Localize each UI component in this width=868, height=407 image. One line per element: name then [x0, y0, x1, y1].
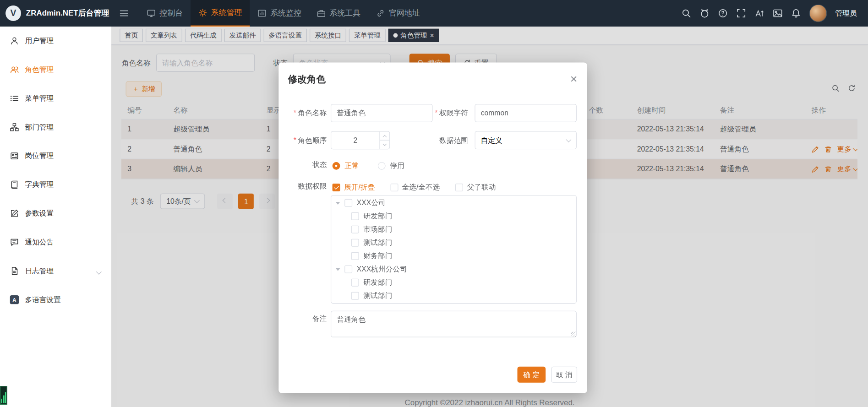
caret-down-icon[interactable]	[336, 268, 340, 271]
checkbox-parent-child-link[interactable]	[455, 184, 463, 191]
language-icon: A	[10, 295, 19, 304]
nav-item-system-tools[interactable]: 系统工具	[309, 0, 368, 27]
search-icon[interactable]	[681, 8, 691, 18]
corner-monitor-widget[interactable]	[0, 386, 7, 405]
checkbox-expand-collapse-label[interactable]: 展开/折叠	[344, 183, 375, 193]
tree-node-label[interactable]: 财务部门	[363, 251, 392, 261]
radio-disabled[interactable]	[378, 162, 386, 170]
sidebar-item-notice[interactable]: 通知公告	[0, 228, 111, 257]
remark-textarea[interactable]: 普通角色	[331, 311, 577, 337]
bell-icon[interactable]	[791, 8, 801, 18]
radio-normal[interactable]	[333, 162, 340, 170]
role-key-input[interactable]	[475, 104, 577, 122]
sidebar-item-dept-manage[interactable]: 部门管理	[0, 113, 111, 141]
id-badge-icon	[10, 152, 19, 160]
sidebar-item-param-settings[interactable]: 参数设置	[0, 199, 111, 228]
org-tree-icon	[10, 123, 19, 131]
cancel-button[interactable]: 取 消	[551, 367, 577, 383]
chevron-down-icon	[97, 267, 101, 275]
tree-node[interactable]: 测试部门	[331, 236, 576, 250]
sidebar-item-role-manage[interactable]: 角色管理	[0, 55, 111, 84]
mini-bar	[3, 396, 4, 403]
tree-node-label[interactable]: 测试部门	[363, 291, 392, 301]
sidebar-item-menu-manage[interactable]: 菜单管理	[0, 84, 111, 113]
dialog-close-icon[interactable]: ✕	[570, 75, 578, 84]
tree-node-checkbox[interactable]	[351, 279, 359, 287]
stepper-controls	[379, 131, 389, 148]
sidebar-item-label: 部门管理	[25, 122, 54, 132]
checkbox-select-all-label[interactable]: 全选/全不选	[402, 183, 440, 193]
caret-down-icon[interactable]	[336, 201, 340, 204]
tree-node-checkbox[interactable]	[351, 239, 359, 247]
sidebar-item-dict-manage[interactable]: 字典管理	[0, 170, 111, 199]
users-icon	[10, 65, 19, 74]
nav-item-console[interactable]: 控制台	[139, 0, 191, 27]
role-key-label: *权限字符	[424, 104, 468, 122]
nav-item-system-manage[interactable]: 系统管理	[191, 0, 250, 27]
radio-normal-label[interactable]: 正常	[344, 161, 359, 171]
role-order-input[interactable]	[331, 131, 379, 148]
checkbox-expand-collapse[interactable]	[333, 184, 340, 191]
nav-item-label: 系统管理	[211, 8, 242, 18]
data-scope-select[interactable]: 自定义	[475, 131, 577, 149]
nav-item-system-monitor[interactable]: 系统监控	[250, 0, 309, 27]
monitor-icon	[147, 9, 155, 17]
textarea-resize-handle[interactable]	[571, 332, 576, 337]
sidebar-item-label: 菜单管理	[25, 93, 54, 103]
github-icon[interactable]	[699, 8, 710, 18]
document-icon	[10, 266, 19, 275]
user-avatar[interactable]	[809, 5, 827, 22]
stepper-up-button[interactable]	[380, 131, 390, 140]
app-logo[interactable]: V ZRAdmin.NET后台管理	[0, 5, 111, 21]
tree-node[interactable]: 研发部门	[331, 210, 576, 223]
nav-item-label: 控制台	[159, 8, 183, 18]
locale-image-icon[interactable]	[773, 8, 783, 18]
tree-node-checkbox[interactable]	[351, 226, 359, 233]
status-radio-group: 正常 停用	[333, 161, 404, 171]
top-header: V ZRAdmin.NET后台管理 控制台 系统管理 系统监控 系统工具	[0, 0, 868, 27]
tree-node[interactable]: XXX公司	[331, 196, 576, 210]
tree-node-checkbox[interactable]	[351, 252, 359, 260]
tree-node-label[interactable]: 研发部门	[363, 211, 392, 221]
tree-node[interactable]: 财务部门	[331, 250, 576, 263]
data-scope-label: 数据范围	[424, 131, 468, 149]
checkbox-select-all[interactable]	[390, 184, 398, 191]
tree-node-checkbox[interactable]	[351, 212, 359, 220]
help-icon[interactable]	[718, 8, 728, 18]
sidebar-item-post-manage[interactable]: 岗位管理	[0, 141, 111, 170]
tree-node-checkbox[interactable]	[344, 199, 352, 207]
user-name[interactable]: 管理员	[835, 8, 857, 18]
header-actions: 管理员	[681, 5, 868, 22]
fullscreen-icon[interactable]	[736, 8, 746, 18]
tree-node[interactable]: 市场部门	[331, 223, 576, 236]
tree-node[interactable]: 测试部门	[331, 289, 576, 303]
tree-node[interactable]: 研发部门	[331, 276, 576, 289]
book-icon	[10, 180, 19, 189]
tree-node[interactable]: XXX杭州分公司	[331, 263, 576, 276]
tree-node-label[interactable]: 市场部门	[363, 224, 392, 234]
nav-item-website[interactable]: 官网地址	[368, 0, 427, 27]
tree-node-label[interactable]: 测试部门	[363, 238, 392, 248]
confirm-button[interactable]: 确 定	[517, 367, 546, 383]
tree-node-label[interactable]: 研发部门	[363, 277, 392, 288]
sidebar-item-label: 参数设置	[25, 208, 54, 218]
app-title: ZRAdmin.NET后台管理	[26, 8, 109, 18]
tree-node-label[interactable]: XXX杭州分公司	[357, 264, 407, 274]
app-root: V ZRAdmin.NET后台管理 控制台 系统管理 系统监控 系统工具	[0, 0, 868, 407]
role-order-stepper	[331, 131, 390, 149]
chevron-down-icon	[383, 142, 387, 146]
sidebar-toggle-icon[interactable]	[119, 8, 129, 18]
role-name-input[interactable]	[331, 104, 433, 122]
radio-disabled-label[interactable]: 停用	[390, 161, 404, 171]
tree-node-label[interactable]: XXX公司	[357, 198, 386, 208]
nav-item-label: 系统工具	[330, 8, 361, 18]
required-asterisk: *	[294, 136, 296, 144]
checkbox-parent-child-link-label[interactable]: 父子联动	[467, 183, 496, 193]
tree-node-checkbox[interactable]	[351, 292, 359, 300]
sidebar-item-log-manage[interactable]: 日志管理	[0, 256, 111, 285]
tree-node-checkbox[interactable]	[344, 266, 352, 273]
sidebar-item-i18n-settings[interactable]: A 多语言设置	[0, 285, 111, 314]
font-size-icon[interactable]	[754, 8, 764, 18]
sidebar-item-user-manage[interactable]: 用户管理	[0, 27, 111, 55]
stepper-down-button[interactable]	[380, 141, 390, 149]
